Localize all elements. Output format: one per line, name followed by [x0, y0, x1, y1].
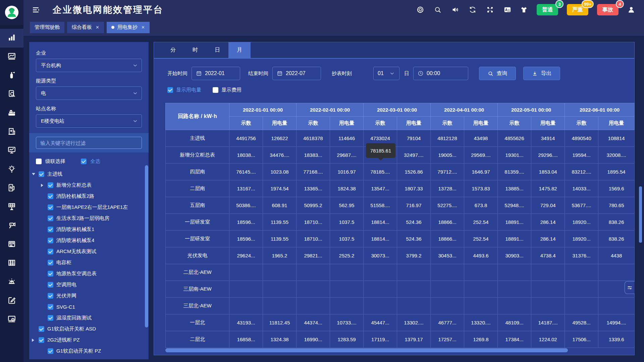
translate-icon[interactable]: A文	[504, 6, 511, 13]
tree-item-电容柜[interactable]: 电容柜	[29, 257, 145, 268]
tree-item-EC演示箱[interactable]: EC演示箱	[29, 357, 145, 359]
rail-item-terminal-gear[interactable]	[0, 310, 23, 329]
rail-item-extinguisher[interactable]	[0, 66, 23, 85]
tree-expanded-arrow-icon[interactable]	[32, 173, 39, 175]
tree-checkbox[interactable]	[48, 182, 53, 188]
alarm-badge-事故[interactable]: 事故 4	[597, 4, 619, 15]
tree-collapsed-arrow-icon[interactable]	[32, 339, 39, 342]
query-button[interactable]: 查询	[479, 67, 516, 80]
tree-item-生活水泵2路一层弱电房[interactable]: 生活水泵2路一层弱电房	[29, 213, 145, 224]
tree-checkbox[interactable]	[48, 271, 53, 277]
org-select[interactable]: 平台机构	[36, 59, 142, 72]
toggle-显示费用[interactable]: 显示费用	[213, 87, 241, 93]
cascade-checkbox[interactable]	[36, 159, 42, 164]
end-time-input[interactable]: 2022-07	[272, 67, 321, 80]
tree-checkbox[interactable]	[48, 238, 53, 243]
close-icon[interactable]: ✕	[141, 25, 145, 30]
toggle-checkbox[interactable]	[213, 87, 218, 93]
tree-checkbox[interactable]	[39, 171, 44, 177]
rail-item-hospital[interactable]	[0, 123, 23, 141]
alarm-badge-普通[interactable]: 普通 3	[537, 4, 558, 15]
rail-item-doc-search[interactable]	[0, 85, 23, 104]
tree-checkbox[interactable]	[48, 204, 53, 210]
window-tab-综合看板[interactable]: 综合看板✕	[67, 22, 104, 33]
tree-checkbox[interactable]	[39, 337, 44, 343]
export-button[interactable]: 导出	[523, 67, 560, 80]
tree-checkbox[interactable]	[48, 193, 53, 199]
energy-select[interactable]: 电	[36, 86, 142, 100]
rail-item-edit[interactable]	[0, 292, 23, 310]
start-time-input[interactable]: 2022-01	[192, 67, 240, 80]
tree-checkbox[interactable]	[48, 260, 53, 265]
collapse-menu-icon[interactable]	[32, 6, 40, 14]
meter-clock-input[interactable]: 00:00	[413, 67, 468, 80]
tree-checkbox[interactable]	[48, 348, 53, 354]
help-icon[interactable]	[417, 6, 424, 13]
tree-item-温湿度回路测试[interactable]: 温湿度回路测试	[29, 312, 145, 323]
tree-checkbox[interactable]	[48, 293, 53, 299]
tree-item-SVG-C1[interactable]: SVG-C1	[29, 301, 145, 312]
table-row-二层北: 二层北16858...1324.3816990...1283.5917119..…	[166, 331, 635, 348]
tree-item-一层南1APE2右一层北1APE1左[interactable]: 一层南1APE2右一层北1APE1左	[29, 202, 145, 213]
select-all-checkbox[interactable]	[81, 159, 87, 164]
rail-item-alarm[interactable]	[0, 273, 23, 292]
rail-item-bulb[interactable]	[0, 160, 23, 179]
period-tab-分[interactable]: 分	[162, 42, 184, 58]
tree-filter-input[interactable]	[36, 137, 142, 149]
rail-item-camera[interactable]	[0, 217, 23, 235]
window-tab-用电集抄[interactable]: 用电集抄✕	[107, 22, 150, 33]
tree-item-空调用电[interactable]: 空调用电	[29, 279, 145, 290]
tree-checkbox[interactable]	[48, 216, 53, 221]
tree-item-新增分立柜总表[interactable]: 新增分立柜总表	[29, 180, 145, 191]
tree-item-消防栓机械泵2路[interactable]: 消防栓机械泵2路	[29, 191, 145, 202]
toggle-checkbox[interactable]	[167, 87, 173, 93]
consumption-cell: 524.36	[397, 231, 431, 247]
tree-checkbox[interactable]	[48, 315, 53, 321]
rail-item-bar-chart[interactable]	[0, 29, 23, 48]
tree-item-地源热泵空调总表[interactable]: 地源热泵空调总表	[29, 268, 145, 279]
refresh-icon[interactable]	[469, 6, 476, 13]
close-icon[interactable]: ✕	[96, 25, 99, 30]
tree-item-消防喷淋机械泵1[interactable]: 消防喷淋机械泵1	[29, 224, 145, 235]
rail-item-machine[interactable]	[0, 104, 23, 123]
tree-checkbox[interactable]	[48, 249, 53, 254]
rail-item-solar[interactable]	[0, 198, 23, 217]
rail-item-monitor-chart[interactable]	[0, 141, 23, 160]
period-tab-时[interactable]: 时	[184, 42, 206, 58]
theme-skin-icon[interactable]	[520, 6, 528, 14]
tree-checkbox[interactable]	[39, 326, 44, 332]
tree-item-光伏并网[interactable]: 光伏并网	[29, 290, 145, 301]
meter-day-select[interactable]: 01	[373, 67, 399, 80]
tree-checkbox[interactable]	[48, 304, 53, 310]
rail-item-ev-charger[interactable]	[0, 179, 23, 198]
tree-item-主进线[interactable]: 主进线	[29, 169, 145, 180]
fullscreen-icon[interactable]	[486, 6, 494, 13]
table-row-主进线: 主进线4491756126622461837811464647330247910…	[166, 130, 635, 147]
site-select[interactable]: E楼变电站	[36, 114, 142, 128]
tree-checkbox[interactable]	[48, 282, 53, 288]
alarm-badge-严重[interactable]: 严重 99+	[567, 4, 588, 15]
user-icon[interactable]	[627, 6, 635, 14]
volume-icon[interactable]	[451, 6, 459, 13]
tree-item-消防喷淋机械泵4[interactable]: 消防喷淋机械泵4	[29, 235, 145, 246]
alarm-icon	[7, 277, 16, 287]
settings-drawer-handle[interactable]	[625, 281, 635, 294]
tree-item-ARCM无线表测试[interactable]: ARCM无线表测试	[29, 246, 145, 257]
table-hscrollbar-thumb[interactable]	[165, 348, 568, 352]
period-tab-月[interactable]: 月	[228, 42, 251, 58]
rail-item-archive[interactable]	[0, 254, 23, 273]
tree-item-2G2进线柜 PZ[interactable]: 2G2进线柜 PZ	[29, 335, 145, 346]
tree-item-G1软启动开关柜 ASD[interactable]: G1软启动开关柜 ASD	[29, 323, 145, 335]
search-icon[interactable]	[434, 6, 441, 13]
page-vscrollbar-thumb[interactable]	[639, 186, 642, 243]
tree-checkbox[interactable]	[48, 227, 53, 232]
toggle-显示用电量[interactable]: 显示用电量	[167, 87, 201, 93]
rail-item-meter-doc[interactable]	[0, 235, 23, 254]
window-tab-管理驾驶舱[interactable]: 管理驾驶舱	[30, 22, 64, 33]
select-all-label[interactable]: 全选	[90, 158, 100, 165]
period-tab-日[interactable]: 日	[206, 42, 228, 58]
tree-collapsed-arrow-icon[interactable]	[41, 184, 48, 187]
tree-item-G1软启动开关柜 PZ[interactable]: G1软启动开关柜 PZ	[29, 346, 145, 357]
tree-scrollbar-thumb[interactable]	[145, 165, 148, 327]
rail-item-trend-chart[interactable]	[0, 48, 23, 66]
